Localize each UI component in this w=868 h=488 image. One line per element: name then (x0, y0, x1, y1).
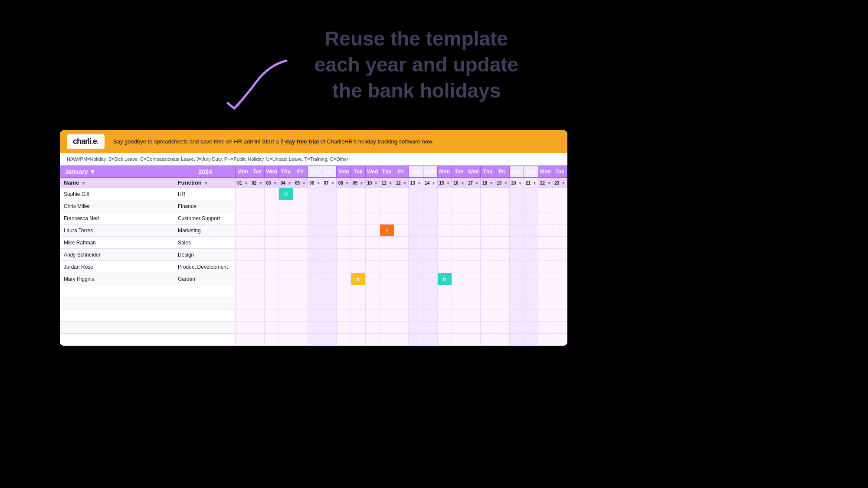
cell-day-13[interactable] (409, 212, 423, 224)
cell-day-08[interactable] (337, 249, 351, 261)
cell-day-03[interactable] (264, 237, 278, 249)
cell-day-08[interactable] (337, 200, 351, 212)
cell-day-15[interactable] (437, 261, 452, 273)
cell-day-14[interactable] (423, 322, 437, 334)
cell-day-04[interactable] (279, 309, 293, 322)
cell-day-02[interactable] (250, 237, 264, 249)
cell-day-23[interactable] (553, 249, 567, 261)
cell-day-21[interactable] (524, 224, 538, 237)
cell-day-20[interactable] (509, 273, 524, 285)
cell-day-07[interactable] (322, 309, 336, 322)
cell-day-09[interactable] (351, 200, 365, 212)
cell-day-11[interactable] (380, 188, 394, 200)
cell-day-12[interactable] (394, 334, 409, 346)
cell-day-03[interactable] (264, 261, 278, 273)
cell-day-09[interactable] (351, 297, 365, 309)
cell-day-11[interactable] (380, 249, 394, 261)
cell-day-23[interactable] (553, 285, 567, 297)
cell-day-22[interactable] (538, 297, 553, 309)
cell-day-01[interactable] (236, 322, 250, 334)
cell-day-02[interactable] (250, 322, 264, 334)
cell-day-15[interactable] (437, 297, 452, 309)
cell-day-10[interactable] (365, 285, 380, 297)
cell-day-16[interactable] (452, 200, 466, 212)
cell-day-11[interactable] (380, 309, 394, 322)
employee-name[interactable] (60, 322, 175, 334)
cell-day-04[interactable] (279, 212, 293, 224)
cell-day-08[interactable] (337, 297, 351, 309)
cell-day-17[interactable] (466, 188, 481, 200)
cell-day-14[interactable] (423, 200, 437, 212)
cell-day-15[interactable] (437, 188, 452, 200)
cell-day-11[interactable] (380, 322, 394, 334)
cell-day-17[interactable] (466, 322, 481, 334)
cell-day-07[interactable] (322, 322, 336, 334)
cell-day-13[interactable] (409, 249, 423, 261)
cell-day-02[interactable] (250, 309, 264, 322)
cell-day-23[interactable] (553, 188, 567, 200)
cell-day-02[interactable] (250, 273, 264, 285)
cell-day-15[interactable] (437, 322, 452, 334)
cell-day-09[interactable] (351, 309, 365, 322)
cell-day-23[interactable] (553, 200, 567, 212)
cell-day-18[interactable] (481, 261, 495, 273)
cell-day-04[interactable] (279, 237, 293, 249)
cell-day-20[interactable] (509, 285, 524, 297)
cell-day-08[interactable] (337, 273, 351, 285)
cell-day-10[interactable] (365, 237, 380, 249)
cell-day-12[interactable] (394, 224, 409, 237)
cell-day-20[interactable] (509, 200, 524, 212)
cell-day-11[interactable] (380, 285, 394, 297)
cell-day-08[interactable] (337, 261, 351, 273)
cell-day-04[interactable] (279, 249, 293, 261)
cell-day-23[interactable] (553, 297, 567, 309)
cell-day-15[interactable] (437, 212, 452, 224)
cell-day-05[interactable] (293, 334, 308, 346)
employee-name[interactable] (60, 297, 175, 309)
cell-day-22[interactable] (538, 309, 553, 322)
cell-day-01[interactable] (236, 285, 250, 297)
cell-day-13[interactable] (409, 273, 423, 285)
cell-day-07[interactable] (322, 188, 336, 200)
cell-day-23[interactable] (553, 273, 567, 285)
cell-day-20[interactable] (509, 261, 524, 273)
cell-day-23[interactable] (553, 309, 567, 322)
cell-day-19[interactable] (495, 297, 509, 309)
cell-day-16[interactable] (452, 285, 466, 297)
cell-day-21[interactable] (524, 212, 538, 224)
cell-day-17[interactable] (466, 309, 481, 322)
cell-day-07[interactable] (322, 334, 336, 346)
cell-day-05[interactable] (293, 200, 308, 212)
cell-day-19[interactable] (495, 200, 509, 212)
cell-day-07[interactable] (322, 237, 336, 249)
cell-day-23[interactable] (553, 212, 567, 224)
cell-day-18[interactable] (481, 285, 495, 297)
cell-day-10[interactable] (365, 188, 380, 200)
cell-day-14[interactable] (423, 188, 437, 200)
cell-day-17[interactable] (466, 212, 481, 224)
cell-day-20[interactable] (509, 237, 524, 249)
cell-day-19[interactable] (495, 188, 509, 200)
cell-day-06[interactable] (308, 249, 322, 261)
cell-day-08[interactable] (337, 188, 351, 200)
cell-day-16[interactable] (452, 249, 466, 261)
cell-day-18[interactable] (481, 224, 495, 237)
cell-day-10[interactable] (365, 212, 380, 224)
cell-day-08[interactable] (337, 334, 351, 346)
cell-day-17[interactable] (466, 334, 481, 346)
cell-day-06[interactable] (308, 285, 322, 297)
cell-day-02[interactable] (250, 200, 264, 212)
cell-day-08[interactable] (337, 237, 351, 249)
cell-day-17[interactable] (466, 200, 481, 212)
cell-day-06[interactable] (308, 237, 322, 249)
cell-day-04[interactable] (279, 261, 293, 273)
cell-day-21[interactable] (524, 188, 538, 200)
cell-day-17[interactable] (466, 297, 481, 309)
cell-day-02[interactable] (250, 249, 264, 261)
cell-day-08[interactable] (337, 212, 351, 224)
cell-day-09[interactable] (351, 249, 365, 261)
cell-day-08[interactable] (337, 224, 351, 237)
cell-day-10[interactable] (365, 200, 380, 212)
cell-day-23[interactable] (553, 261, 567, 273)
cell-day-23[interactable] (553, 322, 567, 334)
